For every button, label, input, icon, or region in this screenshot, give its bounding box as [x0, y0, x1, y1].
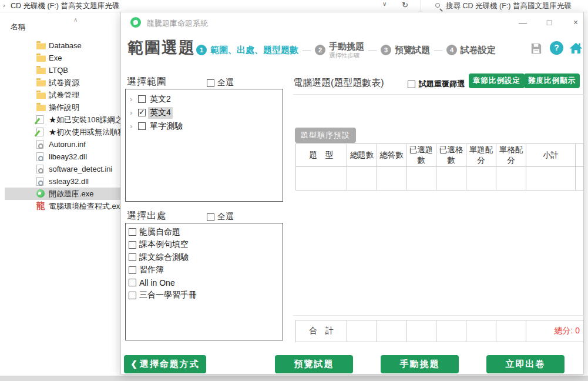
source-checkbox[interactable]	[129, 253, 136, 261]
file-row-note-firstuse[interactable]: ★初次使用或無法順利執行，請	[0, 126, 120, 138]
col-total-answers: 總答數	[377, 144, 406, 167]
back-chevron-icon: ❮	[130, 359, 137, 369]
create-exam-button[interactable]: 立即出卷	[486, 355, 565, 373]
folder-icon	[36, 43, 46, 49]
tree-checkbox[interactable]	[138, 95, 146, 103]
file-row-note-108[interactable]: ★如已安裝108課綱之v1.0.1版	[0, 113, 120, 126]
sort-ascending-icon[interactable]: ∧	[73, 16, 78, 23]
panel-divider	[293, 94, 584, 95]
chapter-ratio-button[interactable]: 章節比例設定	[469, 73, 525, 88]
back-to-method-button[interactable]: ❮選擇命題方式	[124, 355, 206, 373]
source-checkbox[interactable]	[129, 241, 136, 249]
address-dropdown-icon[interactable]: ∨	[382, 1, 387, 7]
range-select-all-checkbox[interactable]	[207, 79, 214, 87]
duplicate-filter[interactable]: 試題重覆篩選	[408, 79, 465, 89]
tree-item-english4[interactable]: › 英文4	[126, 106, 283, 119]
source-checkbox[interactable]	[129, 228, 136, 236]
source-item-label: 課文綜合測驗	[139, 252, 189, 263]
file-row-software-detect[interactable]: software_detect.ini	[0, 163, 120, 175]
file-name: Autorun.inf	[49, 140, 86, 149]
step-1-number: 1	[196, 45, 207, 55]
expand-chevron-icon[interactable]: ›	[130, 95, 136, 103]
source-item[interactable]: 三合一學習手冊	[126, 289, 283, 302]
tree-item-label[interactable]: 單字測驗	[148, 121, 184, 132]
explorer-search-box[interactable]: 搜尋 CD 光碟機 (F:) 普高國文題庫光碟	[421, 0, 588, 12]
file-row-exam-resources[interactable]: 試卷資源	[0, 76, 120, 89]
dialog-titlebar[interactable]: 龍騰題庫命題系統 — □ ×	[121, 12, 583, 32]
tree-item-vocab-test[interactable]: › 單字測驗	[126, 119, 283, 133]
source-item-label: 課本例句填空	[139, 239, 189, 250]
address-breadcrumb[interactable]: CD 光碟機 (F:) 普高英文題庫光碟	[11, 1, 119, 11]
home-icon[interactable]	[569, 41, 583, 58]
expand-chevron-icon[interactable]: ›	[130, 108, 136, 117]
step-1-label: 範圍、出處、題型題數	[210, 45, 298, 56]
folder-icon	[36, 68, 46, 74]
file-name: 試卷管理	[49, 91, 79, 99]
total-score-label: 總分:	[554, 326, 573, 335]
close-button[interactable]: ×	[570, 17, 582, 28]
file-row-database[interactable]: Database	[0, 39, 120, 52]
duplicate-filter-checkbox[interactable]	[408, 81, 415, 88]
step-2-number: 2	[315, 45, 325, 55]
expand-chevron-icon[interactable]: ›	[130, 122, 136, 131]
file-row-exe[interactable]: Exe	[0, 52, 120, 64]
save-icon[interactable]	[529, 42, 543, 58]
difficulty-ratio-button[interactable]: 難度比例顯示	[524, 73, 580, 88]
col-points-per-question: 單題配分	[466, 144, 496, 167]
step-separator: —	[303, 45, 311, 55]
source-select-all-checkbox[interactable]	[207, 213, 214, 221]
tree-checkbox[interactable]	[138, 109, 146, 116]
preview-exam-button[interactable]: 預覽試題	[275, 355, 353, 373]
source-checkbox[interactable]	[129, 266, 136, 274]
help-button[interactable]: ?	[550, 41, 563, 55]
dll-file-icon	[36, 152, 43, 161]
source-item-label: All in One	[139, 278, 175, 288]
tree-item-english2[interactable]: › 英文2	[126, 92, 283, 106]
file-row-open-bank-exe[interactable]: 開啟題庫.exe	[5, 188, 120, 200]
text-note-icon	[36, 115, 43, 124]
file-row-autorun[interactable]: Autorun.inf	[0, 138, 120, 151]
name-column-header[interactable]: 名稱	[11, 22, 26, 32]
file-row-libeay32[interactable]: libeay32.dll	[0, 151, 120, 163]
source-checkbox[interactable]	[129, 292, 136, 299]
col-spare	[576, 144, 584, 167]
duplicate-filter-label: 試題重覆篩選	[419, 79, 465, 89]
file-row-instructions[interactable]: 操作說明	[0, 101, 120, 113]
tree-item-label[interactable]: 英文2	[148, 93, 173, 105]
col-selected-blanks: 已選格數	[436, 144, 466, 167]
source-item[interactable]: All in One	[126, 276, 283, 289]
source-checkbox[interactable]	[129, 279, 136, 286]
question-order-preset-button[interactable]: 題型順序預設	[295, 128, 356, 143]
col-question-type: 題 型	[296, 144, 347, 167]
file-row-ssleay32[interactable]: ssleay32.dll	[0, 175, 120, 188]
file-name: 試卷資源	[49, 78, 79, 87]
step-2-subtitle: 選擇性步驟	[329, 52, 364, 59]
source-select-all[interactable]: 全選	[207, 212, 234, 222]
file-name: LTQB	[49, 66, 68, 75]
text-note-icon	[36, 128, 43, 136]
dragon-app-icon: 龍	[36, 200, 45, 211]
source-item[interactable]: 課本例句填空	[126, 239, 283, 252]
file-name: Exe	[49, 54, 62, 62]
file-row-ltqb[interactable]: LTQB	[0, 64, 120, 76]
back-button-label: 選擇命題方式	[140, 359, 200, 369]
dll-file-icon	[36, 177, 43, 186]
tree-item-label[interactable]: 英文4	[148, 107, 173, 119]
col-selected-questions: 已選題數	[406, 144, 436, 167]
file-name: 電腦環境檢查程式.exe	[49, 202, 120, 210]
maximize-button[interactable]: □	[543, 17, 555, 28]
manual-pick-button[interactable]: 手動挑題	[381, 355, 459, 373]
minimize-button[interactable]: —	[517, 17, 529, 28]
file-row-env-check-exe[interactable]: 龍電腦環境檢查程式.exe	[0, 200, 120, 212]
source-item[interactable]: 課文綜合測驗	[126, 251, 283, 264]
file-name: software_detect.ini	[49, 165, 112, 173]
tree-checkbox[interactable]	[138, 122, 146, 130]
source-item[interactable]: 龍騰自命題	[126, 226, 283, 239]
refresh-icon[interactable]: ↻	[402, 1, 408, 9]
source-item[interactable]: 習作簿	[126, 264, 283, 277]
file-row-exam-management[interactable]: 試卷管理	[0, 89, 120, 101]
range-select-all[interactable]: 全選	[207, 78, 234, 88]
question-bank-dialog: 龍騰題庫命題系統 — □ × 範圍選題 1 範圍、出處、題型題數 — 2 手動挑…	[120, 12, 584, 375]
file-name: libeay32.dll	[49, 152, 87, 161]
col-points-per-blank: 單格配分	[496, 144, 526, 167]
